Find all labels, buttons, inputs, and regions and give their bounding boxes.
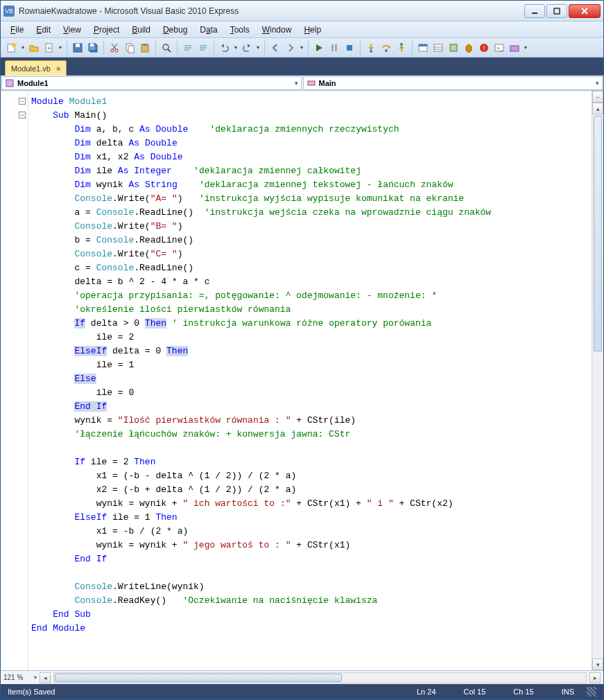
svg-rect-1: [554, 8, 560, 14]
solution-explorer-icon[interactable]: [416, 41, 430, 55]
toolbar: ▾ + ▾ ▾ ▾ ▾ !: [1, 38, 603, 58]
svg-rect-18: [128, 46, 134, 53]
minimize-button[interactable]: [524, 4, 545, 18]
start-debug-icon[interactable]: [312, 41, 326, 55]
split-icon[interactable]: –: [592, 91, 603, 103]
vertical-scrollbar[interactable]: – ▴ ▾: [592, 91, 603, 670]
svg-rect-31: [347, 45, 352, 51]
svg-text:!: !: [483, 44, 485, 51]
add-item-icon[interactable]: +: [42, 41, 56, 55]
stop-icon[interactable]: [343, 41, 356, 55]
file-tab-label: Module1.vb: [11, 64, 51, 73]
comment-out-icon[interactable]: [181, 41, 195, 55]
close-button[interactable]: [569, 4, 601, 18]
file-tab-module1[interactable]: Module1.vb ×: [5, 60, 67, 76]
menu-file[interactable]: File: [5, 24, 29, 36]
new-project-icon[interactable]: [5, 41, 19, 55]
resize-grip-icon[interactable]: [587, 687, 596, 697]
editor-gutter: − −: [1, 91, 28, 670]
menu-data[interactable]: Data: [194, 24, 223, 36]
code-content[interactable]: Module Module1 Sub Main() Dim a, b, c As…: [28, 91, 592, 670]
pause-icon[interactable]: [327, 41, 341, 55]
scroll-up-icon[interactable]: ▴: [592, 103, 603, 114]
app-window: VB RownaieKwadratowe - Microsoft Visual …: [0, 0, 604, 700]
menu-help[interactable]: Help: [298, 24, 327, 36]
status-col: Col 15: [464, 688, 486, 696]
type-scope-label: Module1: [17, 79, 49, 87]
redo-icon[interactable]: [240, 41, 254, 55]
svg-rect-37: [434, 44, 442, 51]
svg-point-5: [12, 43, 16, 47]
type-scope-dropdown[interactable]: Module1 ▾: [1, 76, 302, 90]
object-browser-icon[interactable]: [447, 41, 460, 55]
svg-rect-29: [331, 44, 334, 51]
zoom-dropdown-icon[interactable]: ▾: [34, 674, 37, 681]
menu-debug[interactable]: Debug: [157, 24, 193, 36]
save-icon[interactable]: [71, 41, 85, 55]
nav-dropdown-icon[interactable]: ▾: [299, 44, 304, 51]
svg-rect-45: [510, 46, 519, 51]
nav-back-icon[interactable]: [268, 41, 282, 55]
menu-project[interactable]: Project: [88, 24, 125, 36]
add-dropdown-icon[interactable]: ▾: [58, 44, 63, 51]
uncomment-icon[interactable]: [196, 41, 210, 55]
collapse-toggle-icon[interactable]: −: [19, 112, 26, 119]
extension-manager-icon[interactable]: [508, 41, 521, 55]
hscroll-thumb[interactable]: [55, 674, 342, 682]
toolbox-icon[interactable]: [462, 41, 476, 55]
undo-dropdown-icon[interactable]: ▾: [233, 44, 239, 51]
scroll-track[interactable]: [592, 114, 603, 658]
menu-view[interactable]: View: [58, 24, 87, 36]
chevron-down-icon: ▾: [295, 80, 298, 87]
nav-fwd-icon[interactable]: [284, 41, 297, 55]
open-file-icon[interactable]: [27, 41, 41, 55]
svg-rect-40: [450, 44, 457, 51]
svg-rect-12: [90, 44, 94, 46]
copy-icon[interactable]: [123, 41, 137, 55]
close-tab-icon[interactable]: ×: [56, 64, 60, 73]
redo-dropdown-icon[interactable]: ▾: [255, 44, 261, 51]
menu-window[interactable]: Window: [257, 24, 297, 36]
paste-icon[interactable]: [138, 41, 152, 55]
error-list-icon[interactable]: !: [477, 41, 491, 55]
svg-text:>_: >_: [497, 45, 503, 51]
menu-tools[interactable]: Tools: [225, 24, 255, 36]
code-editor[interactable]: − − Module Module1 Sub Main() Dim a, b, …: [1, 91, 603, 670]
status-ch: Ch 15: [513, 688, 533, 696]
save-all-icon[interactable]: [86, 41, 100, 55]
svg-rect-47: [308, 81, 315, 85]
svg-rect-9: [76, 44, 80, 47]
scroll-down-icon[interactable]: ▾: [592, 658, 603, 670]
new-dropdown-icon[interactable]: ▾: [20, 44, 26, 51]
toolbar-overflow-icon[interactable]: ▾: [523, 44, 528, 51]
find-icon[interactable]: [159, 41, 173, 55]
properties-icon[interactable]: [431, 41, 445, 55]
menu-edit[interactable]: Edit: [31, 24, 56, 36]
undo-icon[interactable]: [218, 41, 232, 55]
step-into-icon[interactable]: [364, 41, 378, 55]
step-over-icon[interactable]: [379, 41, 393, 55]
status-line: Ln 24: [417, 688, 436, 696]
svg-rect-36: [419, 44, 427, 46]
hscroll-right-icon[interactable]: ▸: [589, 672, 601, 683]
document-tab-bar: Module1.vb ×: [1, 58, 603, 76]
immediate-window-icon[interactable]: >_: [492, 41, 506, 55]
member-scope-dropdown[interactable]: Main ▾: [303, 76, 603, 90]
svg-point-21: [163, 44, 169, 50]
menu-bar: File Edit View Project Build Debug Data …: [1, 21, 603, 38]
scope-dropdown-bar: Module1 ▾ Main ▾: [1, 76, 603, 91]
hscroll-left-icon[interactable]: ◂: [40, 672, 51, 683]
horizontal-scrollbar[interactable]: [53, 672, 587, 683]
svg-rect-20: [143, 44, 147, 46]
zoom-value[interactable]: 121 %: [3, 674, 31, 681]
method-icon: [307, 78, 316, 88]
menu-build[interactable]: Build: [126, 24, 156, 36]
collapse-toggle-icon[interactable]: −: [19, 98, 26, 105]
cut-icon[interactable]: [107, 41, 121, 55]
status-message: Item(s) Saved: [8, 688, 55, 696]
zoom-bar: 121 % ▾ ◂ ▸: [1, 670, 603, 684]
scroll-thumb[interactable]: [594, 116, 602, 351]
step-out-icon[interactable]: [395, 41, 408, 55]
svg-point-34: [400, 43, 403, 46]
maximize-button[interactable]: [546, 4, 567, 18]
